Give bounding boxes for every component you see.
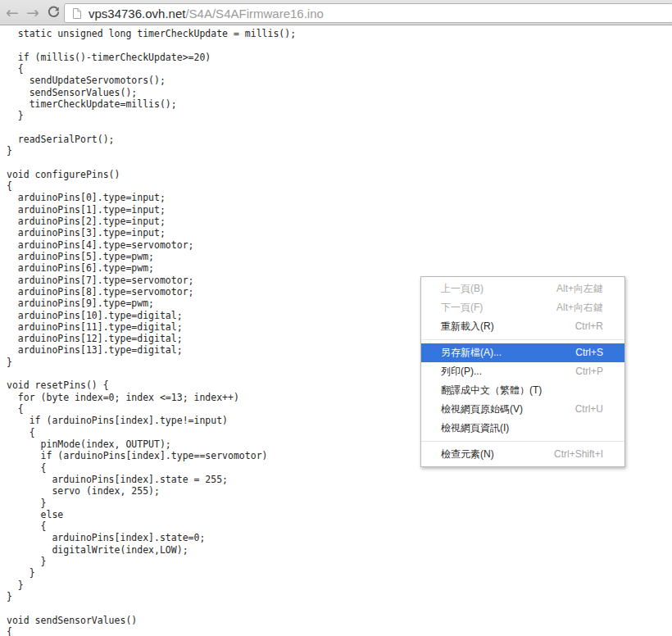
url-path: /S4A/S4AFirmware16.ino	[185, 7, 323, 20]
menu-item-label: 檢查元素(N)	[441, 445, 494, 464]
document-icon	[72, 7, 82, 20]
menu-item-page-info[interactable]: 檢視網頁資訊(I)	[421, 419, 624, 438]
address-bar[interactable]: vps34736.ovh.net/S4A/S4AFirmware16.ino	[64, 3, 672, 23]
menu-item-label: 重新載入(R)	[441, 317, 494, 336]
menu-item-shortcut: Ctrl+P	[575, 362, 603, 381]
menu-item-reload[interactable]: 重新載入(R) Ctrl+R	[421, 317, 624, 336]
menu-item-back: 上一頁(B) Alt+向左鍵	[421, 279, 624, 298]
menu-item-label: 下一頁(F)	[441, 298, 483, 317]
menu-item-save-as[interactable]: 另存新檔(A)... Ctrl+S	[421, 343, 624, 362]
context-menu: 上一頁(B) Alt+向左鍵 下一頁(F) Alt+向右鍵 重新載入(R) Ct…	[420, 276, 625, 467]
url-text: vps34736.ovh.net/S4A/S4AFirmware16.ino	[89, 7, 324, 20]
menu-separator	[421, 441, 624, 442]
back-button[interactable]: ←	[2, 0, 23, 25]
menu-item-print[interactable]: 列印(P)... Ctrl+P	[421, 362, 624, 381]
menu-separator	[421, 339, 624, 340]
menu-item-shortcut: Alt+向右鍵	[556, 298, 603, 317]
menu-item-shortcut: Alt+向左鍵	[556, 279, 603, 298]
menu-item-label: 上一頁(B)	[441, 279, 484, 298]
menu-item-shortcut: Ctrl+R	[575, 317, 603, 336]
forward-button[interactable]: →	[22, 0, 43, 25]
menu-item-view-source[interactable]: 檢視網頁原始碼(V) Ctrl+U	[421, 400, 624, 419]
menu-item-shortcut: Ctrl+S	[575, 343, 603, 362]
menu-item-label: 檢視網頁原始碼(V)	[441, 400, 523, 419]
reload-button[interactable]	[43, 0, 64, 25]
reload-icon	[48, 3, 60, 21]
browser-toolbar: ← → vps34736.ovh.net/S4A/S4AFirmware16.i…	[0, 0, 672, 25]
menu-item-label: 檢視網頁資訊(I)	[441, 419, 509, 438]
menu-item-forward: 下一頁(F) Alt+向右鍵	[421, 298, 624, 317]
menu-item-translate[interactable]: 翻譯成中文（繁體）(T)	[421, 381, 624, 400]
menu-item-shortcut: Ctrl+U	[575, 400, 603, 419]
menu-item-inspect-element[interactable]: 檢查元素(N) Ctrl+Shift+I	[421, 445, 624, 464]
url-host: vps34736.ovh.net	[89, 7, 185, 20]
menu-item-label: 另存新檔(A)...	[441, 343, 502, 362]
menu-item-label: 列印(P)...	[441, 362, 482, 381]
menu-item-shortcut: Ctrl+Shift+I	[554, 445, 603, 464]
menu-item-label: 翻譯成中文（繁體）(T)	[441, 381, 542, 400]
